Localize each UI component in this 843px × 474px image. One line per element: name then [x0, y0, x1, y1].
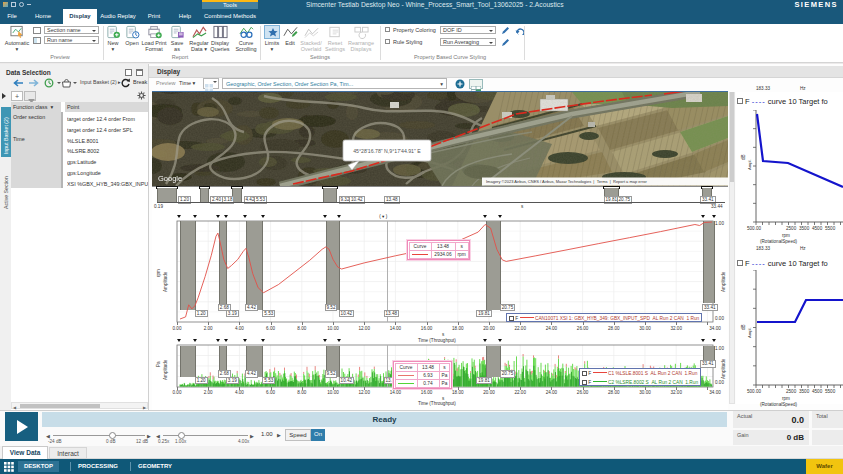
svg-text:45°28'16.78" N,9°17'44.91" E: 45°28'16.78" N,9°17'44.91" E: [353, 148, 421, 154]
svg-text:Google: Google: [158, 174, 182, 183]
svg-text:Imagery ©2023 Airbus, CNES / A: Imagery ©2023 Airbus, CNES / Airbus, Max…: [486, 179, 647, 184]
